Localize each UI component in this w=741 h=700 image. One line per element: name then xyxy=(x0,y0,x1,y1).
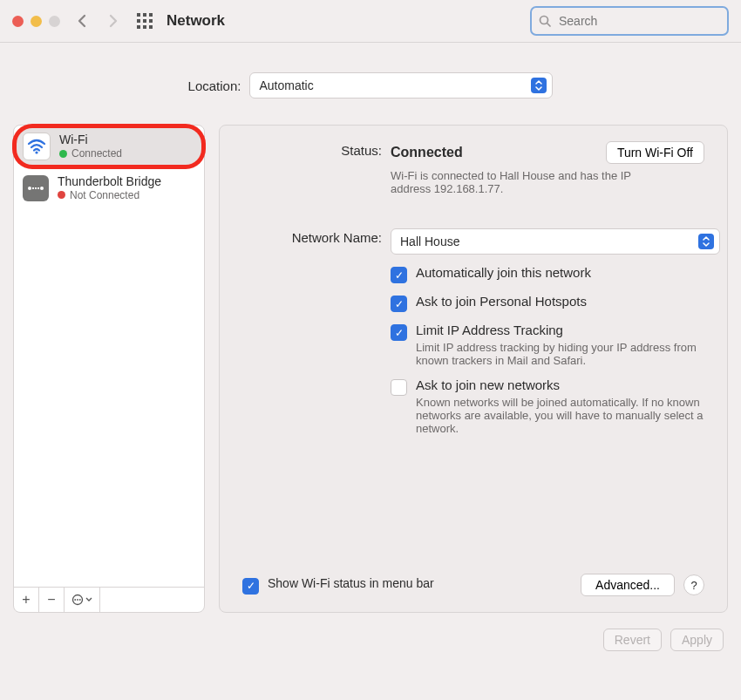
status-label: Status: xyxy=(242,141,382,195)
search-icon xyxy=(539,15,552,28)
status-description: Wi-Fi is connected to Hall House and has… xyxy=(391,169,661,195)
checkbox-description: Known networks will be joined automatica… xyxy=(416,396,704,435)
network-name-value: Hall House xyxy=(400,234,459,248)
apply-button[interactable]: Apply xyxy=(670,629,724,651)
sidebar-toolbar: + − xyxy=(14,587,204,612)
minimize-icon[interactable] xyxy=(31,16,42,27)
add-interface-button[interactable]: + xyxy=(14,588,39,612)
sidebar-actions-menu[interactable] xyxy=(65,588,100,612)
checkbox-label: Automatically join this network xyxy=(416,265,591,280)
svg-rect-6 xyxy=(137,25,140,29)
auto-join-checkbox[interactable] xyxy=(391,267,407,283)
status-dot-icon xyxy=(59,150,67,158)
location-label: Location: xyxy=(188,78,241,93)
search-input[interactable] xyxy=(557,13,720,29)
svg-rect-3 xyxy=(137,19,140,23)
checkbox-label: Limit IP Address Tracking xyxy=(416,323,704,337)
sidebar-item-label: Thunderbolt Bridge xyxy=(58,174,161,189)
sidebar-item-wifi[interactable]: Wi-Fi Connected xyxy=(17,128,201,165)
sidebar-item-label: Wi-Fi xyxy=(59,133,122,147)
ellipsis-icon xyxy=(71,594,84,606)
svg-point-19 xyxy=(77,599,78,601)
sidebar-item-thunderbolt[interactable]: Thunderbolt Bridge Not Connected xyxy=(14,167,204,208)
status-dot-icon xyxy=(58,191,65,199)
window-controls xyxy=(12,16,60,27)
network-name-select[interactable]: Hall House xyxy=(391,228,720,255)
status-value: Connected xyxy=(391,145,463,160)
maximize-icon xyxy=(49,16,60,27)
limit-ip-tracking-checkbox[interactable] xyxy=(391,324,407,341)
svg-rect-14 xyxy=(32,187,34,189)
chevron-down-icon xyxy=(85,597,92,602)
help-button[interactable]: ? xyxy=(683,574,704,595)
remove-interface-button[interactable]: − xyxy=(39,588,65,612)
svg-point-12 xyxy=(28,187,31,190)
ask-join-networks-checkbox[interactable] xyxy=(391,379,407,396)
checkbox-label: Show Wi-Fi status in menu bar xyxy=(268,576,434,590)
svg-rect-5 xyxy=(149,19,153,23)
location-row: Location: Automatic xyxy=(0,72,741,99)
location-selected-value: Automatic xyxy=(259,78,313,92)
svg-point-11 xyxy=(35,151,37,153)
sidebar-item-status: Not Connected xyxy=(70,189,139,201)
svg-rect-8 xyxy=(149,25,153,29)
personal-hotspots-checkbox[interactable] xyxy=(391,296,407,312)
page-title: Network xyxy=(167,12,225,30)
show-wifi-menubar-checkbox[interactable] xyxy=(242,578,259,595)
svg-rect-0 xyxy=(137,13,140,17)
show-all-button[interactable] xyxy=(135,11,154,31)
svg-line-10 xyxy=(547,23,551,26)
sidebar-item-status: Connected xyxy=(71,147,122,160)
svg-rect-15 xyxy=(35,187,37,189)
svg-rect-2 xyxy=(149,13,153,17)
thunderbolt-icon xyxy=(23,175,49,201)
chevron-updown-icon xyxy=(531,78,547,93)
svg-rect-7 xyxy=(143,25,146,29)
footer: Revert Apply xyxy=(0,613,741,651)
checkbox-description: Limit IP address tracking by hiding your… xyxy=(416,341,704,367)
svg-point-20 xyxy=(79,599,81,601)
close-icon[interactable] xyxy=(12,16,24,27)
main-panel: Status: Connected Turn Wi-Fi Off Wi-Fi i… xyxy=(219,125,728,613)
revert-button[interactable]: Revert xyxy=(603,629,662,651)
checkbox-label: Ask to join new networks xyxy=(416,377,704,392)
svg-rect-4 xyxy=(143,19,146,23)
forward-button xyxy=(104,11,123,31)
svg-rect-1 xyxy=(143,13,146,17)
back-button[interactable] xyxy=(72,11,92,31)
svg-point-18 xyxy=(74,599,76,601)
svg-rect-16 xyxy=(37,187,39,189)
search-field[interactable] xyxy=(530,6,729,36)
turn-wifi-off-button[interactable]: Turn Wi-Fi Off xyxy=(606,141,704,164)
location-select[interactable]: Automatic xyxy=(249,72,553,99)
wifi-icon xyxy=(23,133,51,160)
svg-point-13 xyxy=(40,187,44,190)
network-sidebar: Wi-Fi Connected Thunderbolt Bridge Not C… xyxy=(13,125,205,613)
advanced-button[interactable]: Advanced... xyxy=(581,574,675,596)
network-name-label: Network Name: xyxy=(242,228,382,255)
chevron-updown-icon xyxy=(698,234,714,249)
toolbar: Network xyxy=(0,0,741,43)
checkbox-label: Ask to join Personal Hotspots xyxy=(416,294,587,309)
